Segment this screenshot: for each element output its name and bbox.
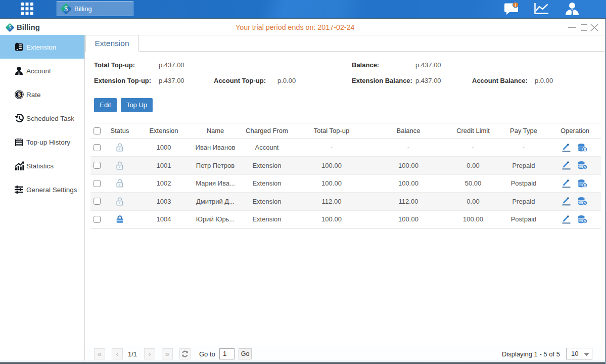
svg-text:$: $ [18,92,21,98]
svg-text:$: $ [64,5,68,13]
svg-text:!: ! [515,3,517,8]
svg-text:$: $ [9,24,12,30]
